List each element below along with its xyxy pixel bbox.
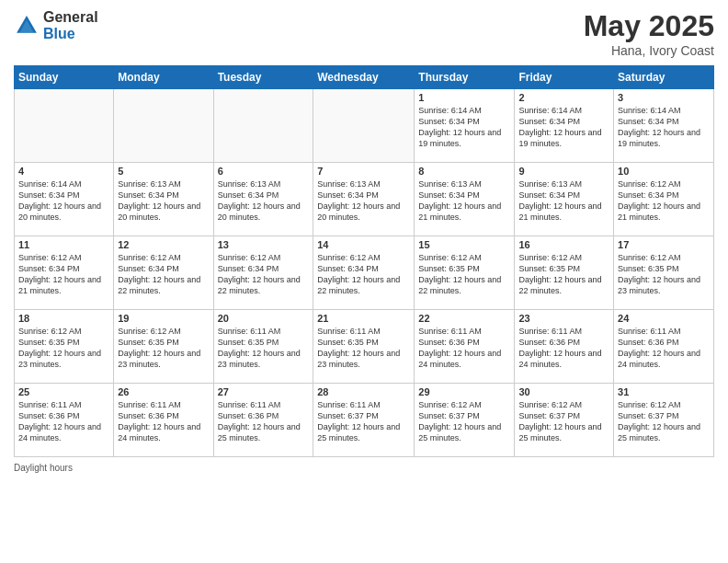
calendar-cell: 22Sunrise: 6:11 AM Sunset: 6:36 PM Dayli… [415, 310, 515, 384]
calendar-cell: 3Sunrise: 6:14 AM Sunset: 6:34 PM Daylig… [614, 89, 714, 163]
day-info: Sunrise: 6:14 AM Sunset: 6:34 PM Dayligh… [618, 105, 710, 150]
col-header-thursday: Thursday [415, 66, 515, 89]
day-number: 5 [118, 166, 209, 177]
calendar-cell: 1Sunrise: 6:14 AM Sunset: 6:34 PM Daylig… [415, 89, 515, 163]
calendar-cell: 10Sunrise: 6:12 AM Sunset: 6:34 PM Dayli… [614, 163, 714, 236]
day-info: Sunrise: 6:12 AM Sunset: 6:34 PM Dayligh… [118, 252, 209, 297]
day-number: 27 [218, 386, 310, 397]
calendar-cell: 27Sunrise: 6:11 AM Sunset: 6:36 PM Dayli… [213, 384, 313, 457]
calendar-cell: 26Sunrise: 6:11 AM Sunset: 6:36 PM Dayli… [114, 384, 213, 457]
day-number: 13 [218, 239, 310, 250]
day-number: 2 [518, 92, 609, 103]
day-info: Sunrise: 6:14 AM Sunset: 6:34 PM Dayligh… [518, 105, 609, 150]
col-header-sunday: Sunday [15, 66, 114, 89]
day-number: 18 [18, 313, 109, 324]
calendar-week-0: 1Sunrise: 6:14 AM Sunset: 6:34 PM Daylig… [15, 89, 714, 163]
calendar-cell: 16Sunrise: 6:12 AM Sunset: 6:35 PM Dayli… [515, 236, 614, 310]
day-info: Sunrise: 6:13 AM Sunset: 6:34 PM Dayligh… [518, 178, 609, 224]
calendar-cell: 15Sunrise: 6:12 AM Sunset: 6:35 PM Dayli… [415, 236, 515, 310]
day-number: 8 [418, 166, 510, 177]
calendar-cell [313, 89, 415, 163]
day-info: Sunrise: 6:12 AM Sunset: 6:34 PM Dayligh… [218, 252, 310, 297]
calendar-cell [213, 89, 313, 163]
day-info: Sunrise: 6:11 AM Sunset: 6:36 PM Dayligh… [418, 326, 510, 371]
calendar-cell: 21Sunrise: 6:11 AM Sunset: 6:35 PM Dayli… [313, 310, 415, 384]
day-info: Sunrise: 6:12 AM Sunset: 6:35 PM Dayligh… [518, 252, 609, 297]
header: General Blue May 2025 Hana, Ivory Coast [14, 9, 714, 58]
day-number: 10 [618, 166, 710, 177]
day-info: Sunrise: 6:12 AM Sunset: 6:37 PM Dayligh… [618, 399, 710, 444]
day-info: Sunrise: 6:12 AM Sunset: 6:34 PM Dayligh… [317, 252, 410, 297]
day-info: Sunrise: 6:13 AM Sunset: 6:34 PM Dayligh… [218, 178, 310, 224]
col-header-friday: Friday [515, 66, 614, 89]
logo-icon [14, 13, 40, 39]
col-header-wednesday: Wednesday [313, 66, 415, 89]
calendar-cell: 29Sunrise: 6:12 AM Sunset: 6:37 PM Dayli… [415, 384, 515, 457]
day-info: Sunrise: 6:11 AM Sunset: 6:36 PM Dayligh… [518, 326, 609, 371]
logo-text: General Blue [43, 9, 98, 41]
col-header-monday: Monday [114, 66, 213, 89]
day-number: 30 [518, 386, 609, 397]
day-number: 11 [18, 239, 109, 250]
calendar-cell: 12Sunrise: 6:12 AM Sunset: 6:34 PM Dayli… [114, 236, 213, 310]
day-info: Sunrise: 6:14 AM Sunset: 6:34 PM Dayligh… [18, 178, 109, 224]
day-number: 14 [317, 239, 410, 250]
day-info: Sunrise: 6:11 AM Sunset: 6:35 PM Dayligh… [317, 326, 410, 371]
logo-blue-text: Blue [43, 26, 98, 42]
col-header-tuesday: Tuesday [213, 66, 313, 89]
day-number: 9 [518, 166, 609, 177]
calendar-week-1: 4Sunrise: 6:14 AM Sunset: 6:34 PM Daylig… [15, 163, 714, 236]
day-info: Sunrise: 6:12 AM Sunset: 6:35 PM Dayligh… [618, 252, 710, 297]
day-info: Sunrise: 6:12 AM Sunset: 6:37 PM Dayligh… [518, 399, 609, 444]
day-info: Sunrise: 6:13 AM Sunset: 6:34 PM Dayligh… [118, 178, 209, 224]
calendar-cell: 14Sunrise: 6:12 AM Sunset: 6:34 PM Dayli… [313, 236, 415, 310]
calendar-cell: 18Sunrise: 6:12 AM Sunset: 6:35 PM Dayli… [15, 310, 114, 384]
calendar-week-4: 25Sunrise: 6:11 AM Sunset: 6:36 PM Dayli… [15, 384, 714, 457]
calendar: Sunday Monday Tuesday Wednesday Thursday… [14, 65, 714, 457]
day-number: 15 [418, 239, 510, 250]
day-info: Sunrise: 6:14 AM Sunset: 6:34 PM Dayligh… [418, 105, 510, 150]
day-info: Sunrise: 6:12 AM Sunset: 6:35 PM Dayligh… [418, 252, 510, 297]
day-number: 23 [518, 313, 609, 324]
day-info: Sunrise: 6:11 AM Sunset: 6:37 PM Dayligh… [317, 399, 410, 444]
day-number: 4 [18, 166, 109, 177]
day-number: 16 [518, 239, 609, 250]
day-info: Sunrise: 6:12 AM Sunset: 6:34 PM Dayligh… [18, 252, 109, 297]
day-number: 20 [218, 313, 310, 324]
day-info: Sunrise: 6:11 AM Sunset: 6:36 PM Dayligh… [18, 399, 109, 444]
day-number: 28 [317, 386, 410, 397]
day-number: 26 [118, 386, 209, 397]
calendar-cell: 4Sunrise: 6:14 AM Sunset: 6:34 PM Daylig… [15, 163, 114, 236]
calendar-cell: 20Sunrise: 6:11 AM Sunset: 6:35 PM Dayli… [213, 310, 313, 384]
day-info: Sunrise: 6:11 AM Sunset: 6:36 PM Dayligh… [218, 399, 310, 444]
day-number: 19 [118, 313, 209, 324]
calendar-header-row: Sunday Monday Tuesday Wednesday Thursday… [15, 66, 714, 89]
calendar-cell: 28Sunrise: 6:11 AM Sunset: 6:37 PM Dayli… [313, 384, 415, 457]
calendar-cell: 17Sunrise: 6:12 AM Sunset: 6:35 PM Dayli… [614, 236, 714, 310]
calendar-cell: 13Sunrise: 6:12 AM Sunset: 6:34 PM Dayli… [213, 236, 313, 310]
calendar-cell: 9Sunrise: 6:13 AM Sunset: 6:34 PM Daylig… [515, 163, 614, 236]
calendar-cell: 2Sunrise: 6:14 AM Sunset: 6:34 PM Daylig… [515, 89, 614, 163]
calendar-cell: 7Sunrise: 6:13 AM Sunset: 6:34 PM Daylig… [313, 163, 415, 236]
title-month: May 2025 [584, 9, 714, 43]
day-number: 29 [418, 386, 510, 397]
calendar-cell: 24Sunrise: 6:11 AM Sunset: 6:36 PM Dayli… [614, 310, 714, 384]
day-number: 1 [418, 92, 510, 103]
calendar-cell: 5Sunrise: 6:13 AM Sunset: 6:34 PM Daylig… [114, 163, 213, 236]
logo-general-text: General [43, 9, 98, 26]
day-number: 17 [618, 239, 710, 250]
calendar-cell: 6Sunrise: 6:13 AM Sunset: 6:34 PM Daylig… [213, 163, 313, 236]
calendar-cell: 30Sunrise: 6:12 AM Sunset: 6:37 PM Dayli… [515, 384, 614, 457]
calendar-cell: 8Sunrise: 6:13 AM Sunset: 6:34 PM Daylig… [415, 163, 515, 236]
col-header-saturday: Saturday [614, 66, 714, 89]
day-number: 22 [418, 313, 510, 324]
calendar-cell [15, 89, 114, 163]
day-number: 24 [618, 313, 710, 324]
title-block: May 2025 Hana, Ivory Coast [584, 9, 714, 58]
calendar-cell: 25Sunrise: 6:11 AM Sunset: 6:36 PM Dayli… [15, 384, 114, 457]
logo: General Blue [14, 9, 98, 41]
day-info: Sunrise: 6:13 AM Sunset: 6:34 PM Dayligh… [418, 178, 510, 224]
day-number: 31 [618, 386, 710, 397]
day-number: 25 [18, 386, 109, 397]
calendar-week-3: 18Sunrise: 6:12 AM Sunset: 6:35 PM Dayli… [15, 310, 714, 384]
